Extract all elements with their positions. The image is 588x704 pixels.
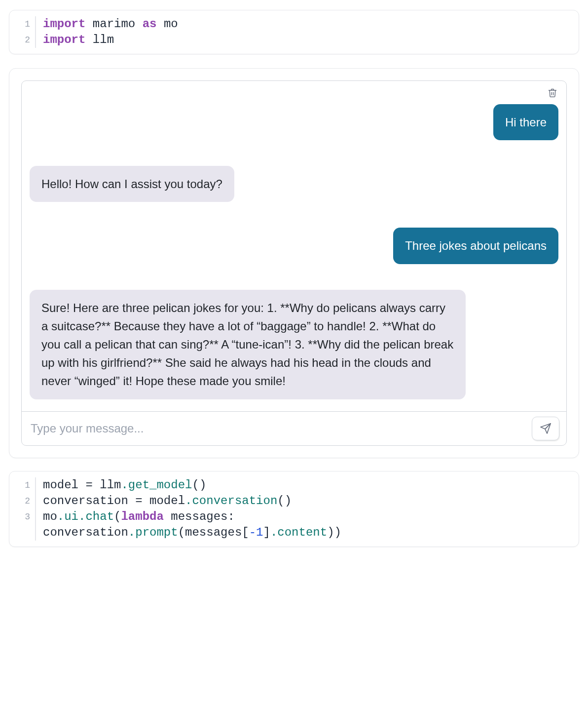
code-token: marimo	[93, 17, 135, 31]
line-number: 1	[13, 16, 36, 32]
chat-input-bar	[22, 411, 566, 445]
line-number: 2	[13, 493, 36, 509]
code-token: (	[178, 526, 185, 539]
code-token: :	[228, 510, 235, 523]
code-token: conversation	[43, 494, 128, 508]
code-cell-2-line[interactable]: 2conversation = model.conversation()	[13, 493, 572, 509]
chat-toolbar	[22, 81, 566, 101]
code-token: ))	[327, 526, 341, 539]
line-number	[13, 525, 36, 541]
trash-icon	[548, 88, 557, 98]
code-token: content	[277, 526, 327, 539]
code-token: llm	[93, 33, 114, 46]
code-token: as	[143, 17, 157, 31]
code-token: model	[43, 478, 78, 492]
code-cell-1-line[interactable]: 1import marimo as mo	[13, 16, 572, 32]
chat-output-cell: Hi thereHello! How can I assist you toda…	[9, 68, 579, 458]
code-cell-1[interactable]: 1import marimo as mo2import llm	[9, 10, 579, 54]
code-token: =	[135, 494, 142, 508]
code-token: .	[128, 526, 135, 539]
code-token: ui	[64, 510, 78, 523]
code-token: import	[43, 17, 85, 31]
code-token: model	[149, 494, 185, 508]
code-token	[164, 510, 171, 523]
code-cell-2-line[interactable]: conversation.prompt(messages[-1].content…	[13, 525, 572, 541]
code-token: .	[78, 510, 85, 523]
code-cell-2-line[interactable]: 3mo.ui.chat(lambda messages:	[13, 509, 572, 525]
chat-message-user: Hi there	[30, 104, 558, 140]
code-token	[135, 17, 142, 31]
code-token	[85, 33, 92, 46]
code-token: conversation	[192, 494, 277, 508]
code-line[interactable]: conversation = model.conversation()	[43, 493, 572, 509]
code-cell-1-line[interactable]: 2import llm	[13, 32, 572, 48]
chat-message-assistant: Sure! Here are three pelican jokes for y…	[30, 290, 558, 399]
code-token: [	[242, 526, 249, 539]
code-token: -1	[249, 526, 263, 539]
assistant-bubble: Hello! How can I assist you today?	[30, 166, 234, 202]
chat-message-assistant: Hello! How can I assist you today?	[30, 166, 558, 202]
clear-chat-button[interactable]	[546, 86, 559, 101]
chat-input[interactable]	[29, 417, 526, 440]
code-token: prompt	[135, 526, 178, 539]
code-token: .	[121, 478, 128, 492]
chat-message-user: Three jokes about pelicans	[30, 228, 558, 264]
send-icon	[540, 423, 551, 434]
code-token: ()	[192, 478, 206, 492]
code-token: (	[114, 510, 121, 523]
code-token	[156, 17, 163, 31]
chat-body: Hi thereHello! How can I assist you toda…	[22, 101, 566, 411]
code-token: conversation	[43, 526, 128, 539]
send-button[interactable]	[532, 417, 559, 440]
code-token: .	[185, 494, 192, 508]
code-token: mo	[164, 17, 178, 31]
code-token: =	[85, 478, 92, 492]
code-token: llm	[100, 478, 121, 492]
code-line[interactable]: conversation.prompt(messages[-1].content…	[43, 525, 572, 541]
code-cell-2-line[interactable]: 1model = llm.get_model()	[13, 477, 572, 493]
code-line[interactable]: import llm	[43, 32, 572, 48]
code-line[interactable]: mo.ui.chat(lambda messages:	[43, 509, 572, 525]
code-token: import	[43, 33, 85, 46]
code-token	[143, 494, 149, 508]
line-number: 3	[13, 509, 36, 525]
code-token	[93, 478, 100, 492]
code-token	[85, 17, 92, 31]
code-token: messages	[171, 510, 227, 523]
chat-card: Hi thereHello! How can I assist you toda…	[21, 80, 567, 446]
code-line[interactable]: import marimo as mo	[43, 16, 572, 32]
code-token: get_model	[128, 478, 192, 492]
code-token: .	[57, 510, 64, 523]
code-token: messages	[185, 526, 242, 539]
code-token: .	[270, 526, 277, 539]
code-token: lambda	[121, 510, 163, 523]
line-number: 2	[13, 32, 36, 48]
line-number: 1	[13, 477, 36, 493]
code-token: ]	[263, 526, 270, 539]
code-token: ()	[277, 494, 292, 508]
assistant-bubble: Sure! Here are three pelican jokes for y…	[30, 290, 466, 399]
user-bubble: Hi there	[493, 104, 558, 140]
code-token: chat	[85, 510, 114, 523]
code-token: mo	[43, 510, 57, 523]
user-bubble: Three jokes about pelicans	[393, 228, 558, 264]
code-line[interactable]: model = llm.get_model()	[43, 477, 572, 493]
code-cell-2[interactable]: 1model = llm.get_model()2conversation = …	[9, 471, 579, 547]
code-token	[78, 478, 85, 492]
code-token	[128, 494, 135, 508]
